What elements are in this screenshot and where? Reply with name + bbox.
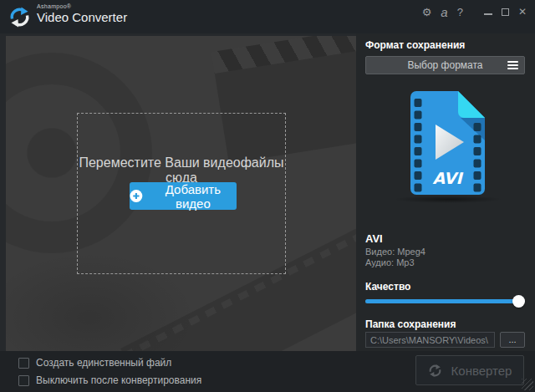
selected-format-name: AVI (365, 232, 383, 245)
shutdown-checkbox[interactable] (18, 375, 29, 386)
video-codec-line: Видео: Mpeg4 (365, 247, 425, 257)
language-icon[interactable]: a (441, 6, 447, 18)
save-folder-row: ... (365, 332, 525, 348)
app-window: Ashampoo® Video Converter ⚙ a ? ✕ Переме… (0, 0, 535, 392)
resize-grip[interactable] (522, 379, 533, 390)
drop-target-area[interactable]: Переместите Ваши видеофайлы сюда Добавит… (77, 113, 286, 274)
brand-block: Ashampoo® Video Converter (37, 3, 127, 24)
avi-file-icon: AVI (408, 89, 487, 197)
audio-codec-line: Аудио: Mp3 (365, 257, 415, 267)
avi-icon-label: AVI (432, 169, 463, 187)
titlebar: Ashampoo® Video Converter ⚙ a ? ✕ (0, 0, 535, 33)
browse-folder-button[interactable]: ... (500, 332, 525, 348)
convert-button[interactable]: Конвертер (415, 355, 524, 385)
single-file-checkbox[interactable] (18, 358, 29, 369)
settings-gear-icon[interactable]: ⚙ (422, 7, 432, 18)
quality-slider-fill (365, 299, 518, 303)
convert-sync-icon (428, 364, 442, 378)
close-icon[interactable]: ✕ (518, 7, 527, 17)
hamburger-menu-icon (507, 61, 518, 69)
save-folder-heading: Папка сохранения (365, 318, 456, 330)
convert-button-label: Конвертер (451, 364, 512, 378)
format-heading: Формат сохранения (365, 39, 465, 51)
save-folder-input[interactable] (365, 332, 495, 348)
add-video-button[interactable]: Добавить видео (130, 182, 237, 210)
titlebar-icons: ⚙ a ? ✕ (422, 2, 527, 22)
shutdown-checkbox-label: Выключить после конвертирования (36, 374, 201, 386)
quality-slider[interactable] (365, 295, 525, 308)
single-file-checkbox-row[interactable]: Создать единственный файл (18, 357, 171, 369)
brand-ashampoo: Ashampoo® (37, 3, 127, 10)
add-video-button-label: Добавить видео (150, 182, 237, 211)
help-icon[interactable]: ? (457, 7, 463, 18)
bottombar: Создать единственный файл Выключить посл… (0, 351, 535, 392)
maximize-icon[interactable] (502, 8, 509, 16)
minimize-icon[interactable] (484, 13, 492, 15)
sidebar: Формат сохранения Выбор формата (356, 33, 535, 351)
single-file-checkbox-label: Создать единственный файл (36, 357, 171, 369)
app-logo-sync-icon (8, 6, 31, 28)
choose-format-button[interactable]: Выбор формата (365, 56, 525, 74)
choose-format-label: Выбор формата (407, 59, 482, 71)
quality-slider-thumb[interactable] (512, 295, 525, 308)
plus-circle-icon (130, 189, 143, 203)
app-title: Video Converter (37, 11, 127, 25)
quality-heading: Качество (365, 281, 410, 293)
shutdown-checkbox-row[interactable]: Выключить после конвертирования (18, 374, 201, 386)
drop-panel[interactable]: Переместите Ваши видеофайлы сюда Добавит… (6, 36, 356, 351)
